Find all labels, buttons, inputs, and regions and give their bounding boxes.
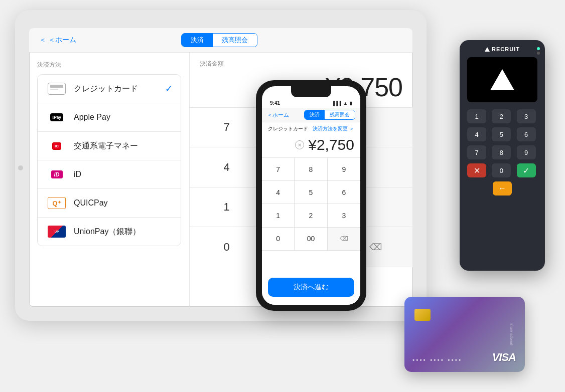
payment-list: クレジットカード ✓ Pay Apple Pay	[37, 74, 181, 246]
key-4[interactable]: 4	[190, 147, 264, 187]
credit-card-icon	[46, 82, 68, 96]
phone: 9:41 ▐▐▐ ▲ ▮ ＜ホーム 決済 残高照会 クレジットカード 決済方法を…	[256, 80, 366, 311]
phone-key-backspace[interactable]: ⌫	[328, 228, 360, 251]
phone-segment-control: 決済 残高照会	[304, 110, 355, 120]
id-label: iD	[74, 170, 173, 179]
phone-footer: 決済へ進む	[262, 274, 360, 305]
app-header: ＜ ＜ホーム 決済 残高照会	[29, 28, 412, 53]
unionpay-icon: UP	[46, 225, 68, 239]
phone-key-0[interactable]: 0	[262, 228, 295, 251]
reader-keypad: 1 2 3 4 5 6 7 8 9 ✕ 0 ✓	[467, 109, 537, 177]
payment-item-credit[interactable]: クレジットカード ✓	[38, 75, 181, 103]
phone-change-method[interactable]: 決済方法を変更 ＞	[313, 125, 354, 132]
card-reader: RECRUIT 1 2 3 4 5 6 7 8 9 ✕ 0 ✓ ←	[460, 40, 545, 271]
reader-key-6[interactable]: 6	[517, 127, 536, 141]
id-icon: iD	[46, 167, 68, 181]
back-icon: ＜	[39, 36, 46, 45]
phone-key-3[interactable]: 3	[328, 204, 360, 227]
key-7[interactable]: 7	[190, 108, 264, 147]
phone-key-00[interactable]: 00	[295, 228, 327, 251]
tab-payment[interactable]: 決済	[182, 34, 213, 47]
reader-key-cancel[interactable]: ✕	[467, 163, 486, 177]
payment-method-label: 決済方法	[37, 61, 181, 69]
reader-display-triangle	[490, 69, 514, 90]
phone-tab-balance[interactable]: 残高照会	[325, 110, 355, 119]
phone-screen: 9:41 ▐▐▐ ▲ ▮ ＜ホーム 決済 残高照会 クレジットカード 決済方法を…	[262, 86, 360, 305]
ic-icon: IC	[46, 139, 68, 153]
credit-card: international •••• •••• •••• VISA	[404, 297, 525, 372]
reader-key-confirm[interactable]: ✓	[517, 163, 536, 177]
phone-key-7[interactable]: 7	[262, 158, 295, 181]
phone-back-button[interactable]: ＜ホーム	[267, 111, 289, 119]
tablet-home-button	[18, 165, 23, 170]
payment-item-quicpay[interactable]: Q⁺ QUICPay	[38, 189, 181, 218]
reader-key-8[interactable]: 8	[492, 145, 511, 159]
tab-balance[interactable]: 残高照会	[213, 34, 257, 47]
reader-dot-2	[537, 52, 540, 55]
brand-name: RECRUIT	[492, 46, 520, 52]
reader-key-2[interactable]: 2	[492, 109, 511, 123]
reader-key-3[interactable]: 3	[517, 109, 536, 123]
ic-label: 交通系電子マネー	[74, 141, 173, 151]
signal-icon: ▐▐▐	[332, 101, 341, 106]
phone-clear-button[interactable]: ✕	[295, 140, 304, 149]
phone-key-2[interactable]: 2	[295, 204, 327, 227]
applepay-label: Apple Pay	[74, 113, 173, 122]
phone-numpad: 7 8 9 4 5 6 1 2 3 0 00 ⌫	[262, 157, 360, 274]
card-chip	[414, 309, 431, 321]
key-1[interactable]: 1	[190, 187, 264, 227]
battery-icon: ▮	[350, 101, 352, 106]
phone-time: 9:41	[270, 100, 280, 106]
phone-header: ＜ホーム 決済 残高照会	[262, 108, 360, 122]
phone-notch	[291, 86, 331, 97]
phone-key-4[interactable]: 4	[262, 181, 295, 204]
phone-amount-row: ✕ ¥2,750	[262, 134, 360, 157]
back-button[interactable]: ＜ ＜ホーム	[39, 36, 76, 45]
card-visa-logo: VISA	[492, 351, 516, 364]
payment-item-id[interactable]: iD iD	[38, 160, 181, 189]
brand-triangle-icon	[485, 47, 490, 52]
phone-pay-button[interactable]: 決済へ進む	[268, 278, 354, 297]
reader-key-1[interactable]: 1	[467, 109, 486, 123]
reader-key-0[interactable]: 0	[492, 163, 511, 177]
card-international-label: international	[510, 323, 514, 345]
phone-key-8[interactable]: 8	[295, 158, 327, 181]
phone-key-6[interactable]: 6	[328, 181, 360, 204]
amount-label: 決済金額	[200, 60, 402, 68]
segment-control: 決済 残高照会	[181, 33, 257, 47]
reader-key-5[interactable]: 5	[492, 127, 511, 141]
payment-item-unionpay[interactable]: UP UnionPay（銀聯）	[38, 218, 181, 246]
reader-brand: RECRUIT	[485, 46, 520, 52]
wifi-icon: ▲	[343, 101, 348, 106]
reader-key-9[interactable]: 9	[517, 145, 536, 159]
reader-dot-1	[537, 47, 540, 50]
reader-display	[467, 57, 537, 102]
phone-tab-payment[interactable]: 決済	[305, 110, 325, 119]
reader-key-back[interactable]: ←	[493, 181, 512, 195]
phone-method-row: クレジットカード 決済方法を変更 ＞	[262, 122, 360, 134]
payment-item-ic[interactable]: IC 交通系電子マネー	[38, 132, 181, 160]
credit-label: クレジットカード	[74, 84, 159, 94]
reader-key-7[interactable]: 7	[467, 145, 486, 159]
left-panel: 決済方法 クレジットカード ✓	[29, 53, 190, 307]
phone-key-9[interactable]: 9	[328, 158, 360, 181]
unionpay-label: UnionPay（銀聯）	[74, 227, 173, 237]
applepay-icon: Pay	[46, 110, 68, 124]
quicpay-icon: Q⁺	[46, 196, 68, 210]
status-icons: ▐▐▐ ▲ ▮	[332, 101, 352, 106]
phone-key-1[interactable]: 1	[262, 204, 295, 227]
quicpay-label: QUICPay	[74, 199, 173, 208]
back-label: ＜ホーム	[48, 36, 76, 45]
phone-method-label: クレジットカード	[268, 125, 308, 132]
payment-item-applepay[interactable]: Pay Apple Pay	[38, 103, 181, 132]
reader-indicator-dots	[537, 47, 540, 55]
reader-key-4[interactable]: 4	[467, 127, 486, 141]
phone-key-5[interactable]: 5	[295, 181, 327, 204]
key-0[interactable]: 0	[190, 227, 264, 267]
selected-check: ✓	[165, 83, 173, 94]
phone-amount: ¥2,750	[308, 136, 354, 153]
